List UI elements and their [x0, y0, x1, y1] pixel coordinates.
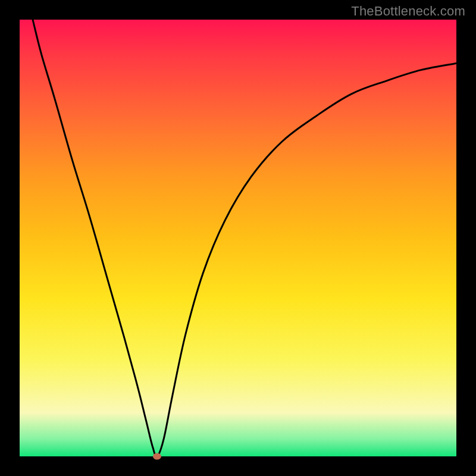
chart-frame: TheBottleneck.com — [0, 0, 476, 476]
watermark-text: TheBottleneck.com — [351, 4, 465, 19]
optimal-point-marker — [153, 453, 161, 460]
bottleneck-curve — [33, 20, 456, 456]
plot-area — [20, 20, 456, 456]
curve-svg — [20, 20, 456, 456]
